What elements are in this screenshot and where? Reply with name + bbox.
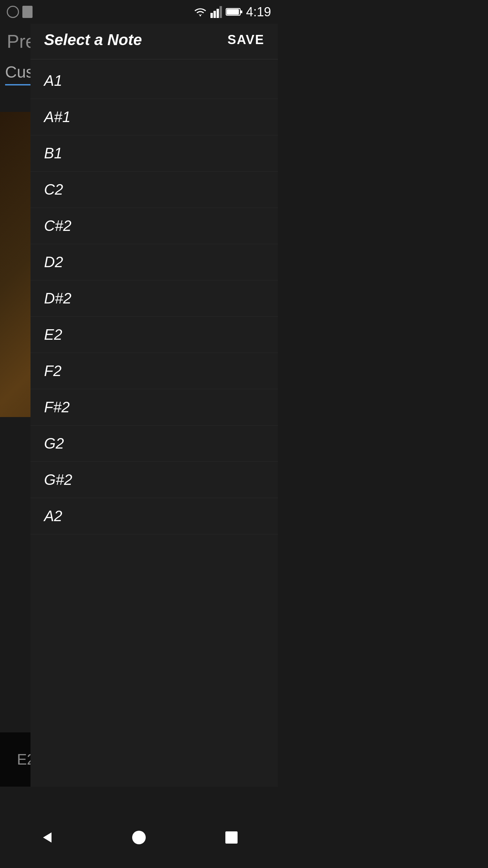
note-item[interactable]: C2 (30, 172, 278, 208)
svg-rect-9 (225, 831, 238, 844)
dropdown-header: Select a Note SAVE (30, 20, 278, 59)
recents-icon (224, 830, 239, 845)
note-list: A1A#1B1C2C#2D2D#2E2F2F#2G2G#2A2 (30, 59, 278, 787)
save-button[interactable]: SAVE (227, 33, 264, 47)
note-item[interactable]: E2 (30, 317, 278, 353)
note-item[interactable]: F2 (30, 353, 278, 389)
battery-icon (226, 7, 243, 17)
svg-rect-2 (217, 9, 219, 18)
back-button[interactable] (33, 824, 60, 851)
signal-icon (210, 6, 222, 18)
svg-point-8 (132, 831, 146, 844)
note-item[interactable]: C#2 (30, 208, 278, 244)
wifi-icon (194, 6, 207, 18)
note-item[interactable]: A1 (30, 63, 278, 99)
note-item[interactable]: F#2 (30, 389, 278, 426)
note-item[interactable]: G#2 (30, 462, 278, 498)
svg-rect-3 (220, 6, 222, 18)
svg-rect-0 (210, 13, 213, 18)
bg-header: Pre (0, 24, 30, 59)
svg-rect-5 (240, 11, 242, 13)
sd-card-icon (22, 6, 33, 18)
note-item[interactable]: B1 (30, 135, 278, 172)
svg-marker-7 (43, 832, 52, 843)
status-bar: 4:19 (0, 0, 278, 24)
note-item[interactable]: D#2 (30, 280, 278, 317)
status-bar-right: 4:19 (194, 5, 271, 19)
circle-status-icon (7, 6, 19, 18)
status-time: 4:19 (246, 5, 271, 19)
recents-button[interactable] (218, 824, 245, 851)
home-icon (130, 829, 147, 846)
note-item[interactable]: G2 (30, 426, 278, 462)
status-bar-left (7, 6, 33, 18)
svg-rect-6 (227, 9, 239, 15)
dropdown-panel: Select a Note SAVE A1A#1B1C2C#2D2D#2E2F2… (30, 20, 278, 787)
note-item[interactable]: A2 (30, 498, 278, 534)
cus-tab[interactable]: Cus (5, 63, 34, 85)
back-icon (38, 829, 55, 846)
note-item[interactable]: D2 (30, 244, 278, 280)
home-button[interactable] (125, 824, 152, 851)
note-item[interactable]: A#1 (30, 99, 278, 135)
nav-bar (0, 807, 278, 868)
svg-rect-1 (214, 11, 216, 18)
dropdown-title: Select a Note (44, 31, 142, 49)
